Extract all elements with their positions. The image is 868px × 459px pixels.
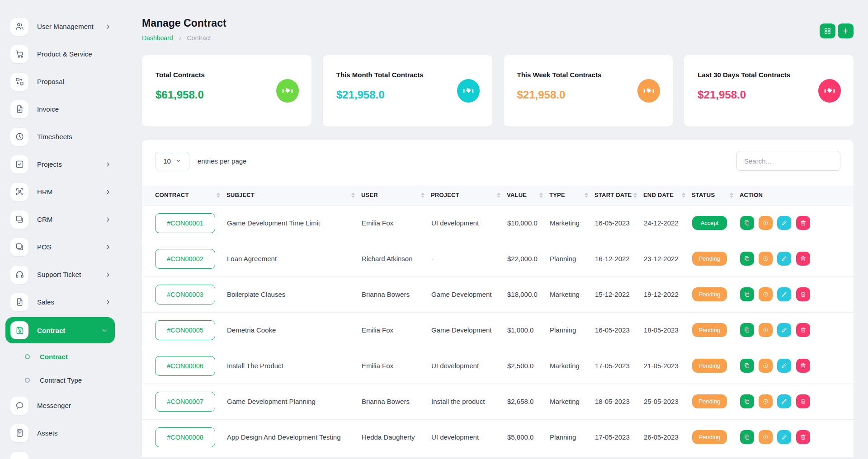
delete-button[interactable] [796,287,810,301]
duplicate-button[interactable] [740,287,754,301]
contract-id-badge[interactable]: #CON00005 [155,320,215,340]
col-project[interactable]: PROJECT [431,185,507,205]
col-start-date[interactable]: START DATE [594,185,643,205]
duplicate-button[interactable] [740,430,754,444]
copy-icon [744,327,750,333]
edit-button[interactable] [777,323,791,337]
duplicate-button[interactable] [740,323,754,337]
type-cell: Marketing [549,276,594,312]
contract-id-badge[interactable]: #CON00001 [155,213,215,233]
duplicate-button[interactable] [740,394,754,408]
sort-icon [421,192,425,198]
view-button[interactable] [759,430,773,444]
view-button[interactable] [759,252,773,266]
sidebar-item-partial[interactable] [0,447,121,459]
delete-button[interactable] [796,394,810,408]
pencil-icon [781,398,788,405]
sidebar-item-hrm[interactable]: HRM [0,178,121,206]
view-button[interactable] [759,287,773,301]
edit-button[interactable] [777,252,791,266]
status-badge[interactable]: Accept [692,216,727,230]
col-type[interactable]: TYPE [549,185,594,205]
entries-per-page-select[interactable]: 10 [155,152,189,170]
view-button[interactable] [759,323,773,337]
contract-id-badge[interactable]: #CON00003 [155,285,215,304]
edit-button[interactable] [777,216,791,230]
copy-icon [744,255,750,262]
duplicate-button[interactable] [740,216,754,230]
delete-button[interactable] [796,323,810,337]
view-button[interactable] [759,359,773,373]
col-subject[interactable]: SUBJECT [226,185,361,205]
col-user[interactable]: USER [361,185,431,205]
status-badge[interactable]: Pending [692,252,727,266]
cart-icon [10,45,28,63]
contract-id-badge[interactable]: #CON00002 [155,249,215,269]
value-cell: $18,000.0 [507,276,549,312]
sidebar-item-invoice[interactable]: Invoice [0,95,121,123]
edit-button[interactable] [777,430,791,444]
sidebar-item-label: Proposal [37,78,64,85]
user-cell: Emilia Fox [361,348,431,384]
duplicate-button[interactable] [740,252,754,266]
col-status[interactable]: STATUS [692,185,740,205]
sidebar-item-product-service[interactable]: Product & Service [0,40,121,68]
sidebar-item-crm[interactable]: CRM [0,206,121,233]
delete-button[interactable] [796,252,810,266]
type-cell: Planning [549,241,594,276]
user-cell: Richard Atkinson [361,241,431,276]
sidebar-item-label: Contract [37,327,65,334]
edit-button[interactable] [777,359,791,373]
grid-view-button[interactable] [820,23,835,38]
sidebar-item-assets[interactable]: Assets [0,419,121,447]
edit-button[interactable] [777,394,791,408]
search-input[interactable] [736,151,840,171]
user-cell: Hedda Daugherty [361,419,431,455]
sidebar-item-timesheets[interactable]: Timesheets [0,123,121,150]
value-cell: $1,000.0 [507,312,549,348]
edit-button[interactable] [777,287,791,301]
sidebar-item-proposal[interactable]: Proposal [0,68,121,95]
col-value[interactable]: VALUE [507,185,549,205]
stat-card-30days: Last 30 Days Total Contracts $21,958.0 [684,55,854,126]
breadcrumb-dashboard-link[interactable]: Dashboard [142,34,173,42]
view-button[interactable] [759,394,773,408]
duplicate-button[interactable] [740,359,754,373]
table-row: #CON00005 Demetria Cooke Emilia Fox Game… [142,312,854,348]
sidebar-item-messenger[interactable]: Messenger [0,392,121,419]
contract-id-badge[interactable]: #CON00007 [155,392,215,412]
subject-cell: Game Development Planning [226,384,361,419]
eye-icon [762,220,769,226]
sidebar-item-support-ticket[interactable]: Support Ticket [0,261,121,288]
copy-icon [744,398,750,405]
start-date-cell: 18-05-2023 [594,384,643,419]
sidebar-subitem-contract-type[interactable]: Contract Type [0,368,121,392]
sidebar-item-pos[interactable]: POS [0,233,121,261]
delete-button[interactable] [796,216,810,230]
chevron-right-icon [105,161,111,168]
sidebar-item-sales[interactable]: Sales [0,288,121,316]
contracts-table-card: 10 entries per page CONTRACT SUBJECT USE… [142,140,854,457]
contract-id-badge[interactable]: #CON00006 [155,356,215,376]
trash-icon [800,255,807,262]
bullet-icon [25,378,30,383]
status-badge[interactable]: Pending [692,359,727,373]
sidebar-item-projects[interactable]: Projects [0,150,121,178]
stat-card-label: This Week Total Contracts [517,71,660,79]
subject-cell: App Design And Development Testing [226,419,361,455]
delete-button[interactable] [796,359,810,373]
contract-id-badge[interactable]: #CON00008 [155,427,215,447]
status-badge[interactable]: Pending [692,323,727,337]
sidebar-item-contract[interactable]: Contract [5,317,115,343]
status-badge[interactable]: Pending [692,394,727,408]
add-contract-button[interactable] [838,23,854,38]
delete-button[interactable] [796,430,810,444]
status-badge[interactable]: Pending [692,287,727,301]
sidebar-subitem-contract[interactable]: Contract [0,345,121,368]
sidebar-item-user-management[interactable]: User Management [0,13,121,40]
view-button[interactable] [759,216,773,230]
col-end-date[interactable]: END DATE [643,185,692,205]
col-contract[interactable]: CONTRACT [142,185,226,205]
pencil-icon [781,291,788,298]
status-badge[interactable]: Pending [692,430,727,444]
